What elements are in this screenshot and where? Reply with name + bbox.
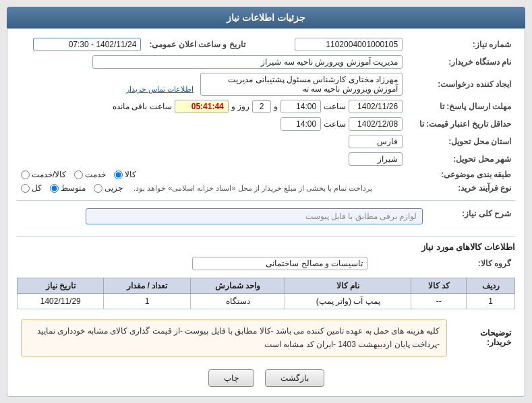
answer-days-input: 2 [252, 100, 271, 113]
divider-2 [17, 236, 515, 237]
need-number-input: 1102004001000105 [295, 38, 403, 51]
purchase-type-label-all: کل [32, 183, 42, 193]
table-cell-unit: دستگاه [190, 294, 285, 309]
table-cell-name: پمپ آب (واتر پمپ) [285, 294, 411, 309]
buyer-name-value: مدیریت آموزش ویرورش ناحیه سه شیراز [17, 53, 407, 71]
page-title: جزئیات اطلاعات نیاز [227, 12, 305, 23]
purchase-type-note: پرداخت تمام با بخشی از مبلغ خریدار از مح… [134, 184, 372, 193]
province-input: فارس [349, 135, 403, 148]
datetime-label: تاریخ و ساعت اعلان عمومی: [145, 36, 278, 53]
purchase-type-label-medium: متوسط [61, 183, 86, 193]
city-label: شهر محل تحویل: [407, 150, 515, 168]
city-input: شیراز [349, 152, 403, 166]
answer-remaining-input: 05:41:44 [175, 100, 229, 113]
table-row: 1--پمپ آب (واتر پمپ)دستگاه11402/11/29 [18, 294, 515, 309]
description-label: شرح کلی نیاز: [427, 206, 515, 230]
description-table: شرح کلی نیاز: لوازم برقی مطابق با فایل پ… [17, 206, 515, 230]
city-value: شیراز [17, 150, 407, 168]
requester-input: مهرزاد مختاری کارشناس مسئول پشتیبانی مدی… [200, 73, 403, 96]
answer-deadline-row: 1402/11/26 ساعت 14:00 و 2 روز و 05:41:44… [17, 98, 407, 115]
purchase-type-option-partial[interactable]: جزیی [94, 183, 123, 193]
print-button[interactable]: چاپ [208, 369, 254, 387]
buyer-notes-table: توضیحات خریدار: کلیه هزینه های حمل به عه… [17, 313, 515, 363]
answer-days-label: روز و [231, 102, 249, 111]
category-label-goods-service: کالا/خدمت [32, 170, 66, 179]
table-cell-code: -- [411, 294, 467, 309]
need-number-label: شماره نیاز: [407, 36, 515, 53]
goods-section-title: اطلاعات کالاهای مورد نیاز [17, 242, 515, 252]
price-time-input: 14:00 [280, 117, 321, 131]
col-unit-num: واحد شمارش [190, 278, 285, 294]
col-date: تاریخ نیاز [18, 278, 104, 294]
goods-group-value: تاسیسات و مصالح ساختمانی [17, 255, 372, 272]
page-header: جزئیات اطلاعات نیاز [7, 7, 525, 28]
page-wrapper: جزئیات اطلاعات نیاز شماره نیاز: 11020040… [0, 0, 532, 403]
description-value: لوازم برقی مطابق با فایل پیوست [17, 206, 427, 230]
answer-deadline-label: مهلت ارسال پاسخ: تا [407, 98, 515, 115]
buyer-notes-box: کلیه هزینه های حمل به عهده تامین کننده م… [21, 319, 447, 356]
need-number-value: 1102004001000105 [278, 36, 407, 53]
price-deadline-label: حداقل تاریخ اعتبار قیمت: تا [407, 115, 515, 133]
answer-date-input: 1402/11/26 [349, 100, 403, 113]
goods-group-input: تاسیسات و مصالح ساختمانی [192, 257, 367, 270]
province-label: استان محل تحویل: [407, 133, 515, 150]
category-label-service: خدمت [85, 170, 106, 179]
requester-label: ایجاد کننده درخواست: [407, 71, 515, 98]
category-option-goods-service[interactable]: کالا/خدمت [21, 170, 66, 179]
price-deadline-row: 1402/12/08 ساعت 14:00 [17, 115, 407, 133]
buyer-notes-label: توضیحات خریدار: [451, 313, 515, 363]
col-code: کد کالا [411, 278, 467, 294]
answer-days-text: و [274, 102, 278, 111]
requester-value: مهرزاد مختاری کارشناس مسئول پشتیبانی مدی… [17, 71, 407, 98]
province-value: فارس [17, 133, 407, 150]
col-name: نام کالا [285, 278, 411, 294]
table-cell-count: 1 [104, 294, 190, 309]
price-time-label: ساعت [324, 119, 346, 129]
buyer-name-input: مدیریت آموزش ویرورش ناحیه سه شیراز [92, 55, 403, 69]
purchase-type-label-partial: جزیی [105, 183, 123, 193]
divider-1 [17, 200, 515, 201]
datetime-input: 1402/11/24 - 07:30 [33, 38, 141, 51]
table-cell-date: 1402/11/29 [18, 294, 104, 309]
datetime-value: 1402/11/24 - 07:30 [17, 36, 145, 53]
purchase-type-label: نوع فرآیند خرید: [407, 181, 515, 195]
table-cell-row: 1 [467, 294, 515, 309]
answer-hours-label: ساعت باقی مانده [113, 102, 172, 111]
purchase-type-row: کل متوسط جزیی پرد [17, 181, 407, 195]
category-row: کالا/خدمت خدمت کالا [17, 168, 407, 181]
purchase-type-option-all[interactable]: کل [21, 183, 42, 193]
answer-time-label: ساعت [324, 102, 346, 111]
answer-time-input: 14:00 [280, 100, 321, 113]
description-box: لوازم برقی مطابق با فایل پیوست [86, 208, 423, 224]
col-row: ردیف [467, 278, 515, 294]
button-row: بازگشت چاپ [17, 369, 515, 387]
category-option-goods[interactable]: کالا [114, 170, 136, 179]
category-label-goods: کالا [125, 170, 136, 179]
goods-group-table: گروه کالا: تاسیسات و مصالح ساختمانی [17, 255, 515, 272]
back-button[interactable]: بازگشت [265, 369, 324, 387]
price-date-input: 1402/12/08 [349, 117, 403, 131]
category-label: طبقه بندی موضوعی: [407, 168, 515, 181]
category-option-service[interactable]: خدمت [74, 170, 106, 179]
main-card: شماره نیاز: 1102004001000105 تاریخ و ساع… [7, 28, 525, 397]
buyer-notes-cell: کلیه هزینه های حمل به عهده تامین کننده م… [17, 313, 451, 363]
buyer-name-label: نام دستگاه خریدار: [407, 53, 515, 71]
info-table: شماره نیاز: 1102004001000105 تاریخ و ساع… [17, 36, 515, 195]
product-table: ردیف کد کالا نام کالا واحد شمارش تعداد /… [17, 278, 515, 309]
col-count: تعداد / مقدار [104, 278, 190, 294]
goods-group-label: گروه کالا: [372, 255, 515, 272]
purchase-type-option-medium[interactable]: متوسط [50, 183, 86, 193]
contact-link[interactable]: اطلاعات تماس خریدار [126, 85, 194, 93]
